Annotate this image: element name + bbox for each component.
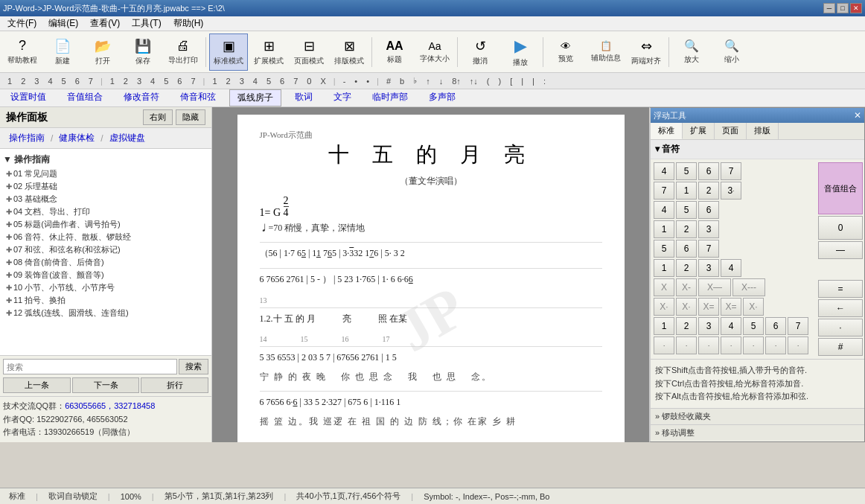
- assist-button[interactable]: 📋 辅助信息: [587, 34, 625, 71]
- tree-item-12[interactable]: ✚ 12 弧线(连线、圆滑线、连音组): [3, 307, 208, 319]
- num-3c[interactable]: 3: [238, 77, 246, 86]
- nb-6[interactable]: 6: [765, 317, 786, 335]
- num-updown[interactable]: ↑↓: [468, 77, 479, 86]
- dot-2[interactable]: ·: [676, 336, 697, 354]
- num-b[interactable]: b: [398, 77, 406, 86]
- tree-item-02[interactable]: ✚ 02 乐理基础: [3, 180, 208, 193]
- note-5-btn[interactable]: 5: [676, 162, 697, 180]
- float-tab-page[interactable]: 页面: [715, 123, 747, 139]
- num-6[interactable]: 6: [74, 77, 81, 86]
- play-button[interactable]: ▶ 播放: [501, 34, 540, 71]
- x-eq2-btn[interactable]: X=: [721, 298, 741, 316]
- note-2b-btn[interactable]: 2: [676, 220, 697, 238]
- long-dash-btn[interactable]: —: [818, 241, 863, 259]
- x-tdash-btn[interactable]: X---: [732, 278, 765, 296]
- num-7b[interactable]: 7: [189, 77, 197, 86]
- expand-mode-button[interactable]: ⊞ 扩展模式: [249, 34, 288, 71]
- num-4c[interactable]: 4: [252, 77, 259, 86]
- float-tab-expand[interactable]: 扩展: [683, 123, 715, 139]
- font-size-button[interactable]: Aa 字体大小: [415, 34, 454, 71]
- dot-4[interactable]: ·: [721, 336, 741, 354]
- tree-item-03[interactable]: ✚ 03 基础概念: [3, 193, 208, 205]
- zero-btn[interactable]: 0: [818, 216, 863, 240]
- nb-4[interactable]: 4: [721, 317, 741, 335]
- num-6b[interactable]: 6: [176, 77, 183, 86]
- note-6b-btn[interactable]: 6: [698, 201, 719, 219]
- eq-btn[interactable]: =: [818, 280, 863, 298]
- pitch-combo-btn[interactable]: 音值组合: [818, 162, 863, 214]
- help-tutorial-button[interactable]: ? 帮助教程: [3, 34, 42, 71]
- num-down[interactable]: ↓: [438, 77, 445, 86]
- dot-3[interactable]: ·: [698, 336, 719, 354]
- num-3[interactable]: 3: [33, 77, 40, 86]
- note-4-btn[interactable]: 4: [654, 162, 674, 180]
- tree-item-04[interactable]: ✚ 04 文档、导出、打印: [3, 205, 208, 218]
- menu-tools[interactable]: 工具(T): [127, 16, 165, 31]
- note-7c-btn[interactable]: 7: [698, 240, 719, 258]
- num-3b[interactable]: 3: [135, 77, 143, 86]
- maximize-button[interactable]: □: [837, 3, 849, 13]
- typeset-mode-button[interactable]: ⊠ 排版模式: [330, 34, 368, 71]
- num-dot[interactable]: •: [353, 77, 359, 86]
- tree-item-05[interactable]: ✚ 05 标题(词曲作者、调号拍号): [3, 218, 208, 231]
- qq-link[interactable]: 663055665，332718458: [65, 401, 155, 410]
- dot-7[interactable]: ·: [788, 336, 808, 354]
- search-button[interactable]: 搜索: [179, 359, 208, 374]
- note-5c-btn[interactable]: 5: [654, 240, 674, 258]
- note-2c-btn[interactable]: 2: [676, 259, 697, 277]
- tree-item-01[interactable]: ✚ 01 常见问题: [3, 168, 208, 180]
- note-1c-btn[interactable]: 1: [654, 259, 674, 277]
- tree-item-10[interactable]: ✚ 10 小节、小节线、小节序号: [3, 281, 208, 294]
- num-flat[interactable]: #: [385, 77, 392, 86]
- num-2c[interactable]: 2: [225, 77, 232, 86]
- sheet-container[interactable]: JP JP-Word示范曲 十 五 的 月 亮 （董文华演唱） 1= G 24 …: [212, 107, 649, 442]
- float-tab-standard[interactable]: 标准: [651, 123, 683, 139]
- search-input[interactable]: [3, 359, 177, 374]
- num-1b[interactable]: 1: [109, 77, 116, 86]
- note-7-btn[interactable]: 7: [721, 162, 741, 180]
- x-ddash-btn[interactable]: X—: [698, 278, 731, 296]
- num-1c[interactable]: 1: [211, 77, 218, 86]
- num-lparen[interactable]: (: [485, 77, 491, 86]
- standard-mode-button[interactable]: ▣ 标准模式: [209, 34, 248, 71]
- align-button[interactable]: ⇔ 两端对齐: [627, 34, 665, 71]
- x-btn[interactable]: X: [654, 278, 674, 296]
- zoom-out-button[interactable]: 🔍 缩小: [712, 34, 751, 71]
- note-4c-btn[interactable]: 4: [721, 259, 741, 277]
- num-4b[interactable]: 4: [149, 77, 156, 86]
- tab-pitch-combo[interactable]: 音值组合: [60, 89, 110, 106]
- x-dot2-btn[interactable]: X·: [676, 298, 697, 316]
- num-bar-line1[interactable]: |: [520, 77, 525, 86]
- hash-btn[interactable]: #: [818, 338, 863, 356]
- dot-btn[interactable]: ·: [818, 319, 863, 336]
- tree-item-11[interactable]: ✚ 11 拍号、换拍: [3, 294, 208, 307]
- tree-item-06[interactable]: ✚ 06 音符、休止符、散板、锣鼓经: [3, 231, 208, 243]
- note-6-btn[interactable]: 6: [698, 162, 719, 180]
- x-dot-btn[interactable]: X·: [654, 298, 674, 316]
- preview-button[interactable]: 👁 预览: [546, 34, 585, 71]
- zoom-in-button[interactable]: 🔍 放大: [672, 34, 711, 71]
- x-eq-btn[interactable]: X=: [698, 298, 719, 316]
- tab-set-value[interactable]: 设置时值: [3, 89, 54, 106]
- num-colon[interactable]: :: [542, 77, 547, 86]
- undo-button[interactable]: ↺ 撤消: [461, 34, 499, 71]
- note-4b-btn[interactable]: 4: [654, 201, 674, 219]
- x-dash-btn[interactable]: X-: [676, 278, 697, 296]
- tree-item-07[interactable]: ✚ 07 和弦、和弦名称(和弦标记): [3, 243, 208, 256]
- expand-move[interactable]: » 移动调整: [651, 424, 864, 441]
- tab-temp-voice[interactable]: 临时声部: [365, 89, 415, 106]
- note-1b-btn[interactable]: 1: [654, 220, 674, 238]
- x-dot3-btn[interactable]: X·: [743, 298, 764, 316]
- next-button[interactable]: 下一条: [72, 377, 140, 393]
- expand-luogu[interactable]: » 锣鼓经收藏夹: [651, 408, 864, 424]
- float-tab-typeset[interactable]: 排版: [747, 123, 779, 139]
- note-2-btn[interactable]: 2: [698, 182, 719, 200]
- nb-3[interactable]: 3: [698, 317, 719, 335]
- num-2[interactable]: 2: [19, 77, 27, 86]
- page-mode-button[interactable]: ⊟ 页面模式: [290, 34, 328, 71]
- tab-text[interactable]: 文字: [326, 89, 359, 106]
- note-3c-btn[interactable]: 3: [698, 259, 719, 277]
- num-lbracket[interactable]: [: [508, 77, 514, 86]
- num-dash[interactable]: -: [342, 77, 348, 86]
- note-3b-btn[interactable]: 3: [698, 220, 719, 238]
